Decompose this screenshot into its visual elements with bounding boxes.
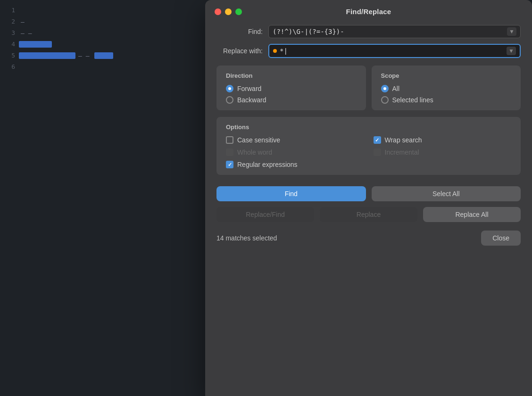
case-sensitive-label: Case sensitive <box>237 136 280 144</box>
scope-selected-lines[interactable]: Selected lines <box>381 96 512 104</box>
scope-radio-group: All Selected lines <box>381 85 512 104</box>
wrap-search-checkbox[interactable] <box>374 136 381 144</box>
direction-forward[interactable]: Forward <box>226 85 357 92</box>
incremental-checkbox[interactable] <box>374 148 381 156</box>
maximize-button-traffic[interactable] <box>235 8 242 15</box>
option-case-sensitive[interactable]: Case sensitive <box>226 136 364 144</box>
traffic-lights <box>215 8 242 15</box>
direction-backward-label: Backward <box>237 96 266 104</box>
line-num-3: 3 <box>0 27 19 39</box>
whole-word-checkbox[interactable] <box>226 148 233 156</box>
option-whole-word[interactable]: Whole word <box>226 148 364 156</box>
find-button[interactable]: Find <box>216 186 366 201</box>
dialog-titlebar: Find/Replace <box>205 0 532 20</box>
replace-dropdown-arrow[interactable]: ▼ <box>507 47 516 55</box>
find-replace-dialog: Find/Replace Find: ▼ Replace with: ▼ Dir… <box>205 0 532 396</box>
scope-all-label: All <box>392 85 400 92</box>
code-lines: — — — – — <box>19 5 208 73</box>
code-line-5: – — <box>19 50 208 61</box>
scope-selected-lines-radio[interactable] <box>381 96 389 104</box>
code-line-3: — — <box>19 27 208 39</box>
dialog-title: Find/Replace <box>346 8 391 16</box>
options-grid: Case sensitive Wrap search Whole word In… <box>226 136 511 168</box>
buttons-row-1: Find Select All <box>216 186 521 201</box>
code-line-2: — <box>19 16 208 27</box>
find-dropdown-arrow[interactable]: ▼ <box>507 27 516 36</box>
incremental-label: Incremental <box>385 148 419 156</box>
line-num-6: 6 <box>0 61 19 73</box>
options-title: Options <box>226 124 511 131</box>
direction-title: Direction <box>226 72 357 79</box>
scope-all-radio[interactable] <box>381 85 389 92</box>
replace-row: Replace with: ▼ <box>216 44 521 58</box>
buttons-row-2: Replace/Find Replace Replace All <box>216 207 521 222</box>
minimize-button-traffic[interactable] <box>225 8 232 15</box>
direction-panel: Direction Forward Backward <box>216 66 366 110</box>
scope-title: Scope <box>381 72 512 79</box>
direction-backward[interactable]: Backward <box>226 96 357 104</box>
editor-area: 1 2 3 4 5 6 — — — – — <box>0 0 208 396</box>
whole-word-label: Whole word <box>237 148 272 156</box>
scope-all[interactable]: All <box>381 85 512 92</box>
line-numbers: 1 2 3 4 5 6 <box>0 0 19 396</box>
select-all-button[interactable]: Select All <box>372 186 521 201</box>
direction-radio-group: Forward Backward <box>226 85 357 104</box>
status-row: 14 matches selected Close <box>216 229 521 246</box>
find-input-wrapper: ▼ <box>268 25 521 38</box>
replace-all-button[interactable]: Replace All <box>423 207 521 222</box>
case-sensitive-checkbox[interactable] <box>226 136 233 144</box>
line-num-5: 5 <box>0 50 19 61</box>
option-incremental[interactable]: Incremental <box>374 148 512 156</box>
replace-label: Replace with: <box>216 47 268 55</box>
close-button[interactable]: Close <box>481 231 521 246</box>
close-button-traffic[interactable] <box>215 8 221 15</box>
direction-scope-row: Direction Forward Backward Scope <box>216 66 521 110</box>
find-label: Find: <box>216 28 268 35</box>
direction-backward-radio[interactable] <box>226 96 233 104</box>
code-line-4 <box>19 39 208 50</box>
scope-panel: Scope All Selected lines <box>372 66 521 110</box>
option-regular-expressions[interactable]: Regular expressions <box>226 161 511 168</box>
scope-selected-lines-label: Selected lines <box>392 96 433 104</box>
status-text: 14 matches selected <box>216 234 277 242</box>
option-wrap-search[interactable]: Wrap search <box>374 136 512 144</box>
wrap-search-label: Wrap search <box>385 136 422 144</box>
find-row: Find: ▼ <box>216 25 521 38</box>
code-line-6 <box>19 61 208 73</box>
replace-find-button[interactable]: Replace/Find <box>216 207 314 222</box>
code-line-1 <box>19 5 208 16</box>
dialog-body: Find: ▼ Replace with: ▼ Direction <box>205 20 532 255</box>
line-num-4: 4 <box>0 39 19 50</box>
find-input[interactable] <box>273 28 507 35</box>
direction-forward-radio[interactable] <box>226 85 233 92</box>
replace-input[interactable] <box>280 47 507 55</box>
line-num-1: 1 <box>0 5 19 16</box>
replace-input-wrapper: ▼ <box>268 44 521 58</box>
options-panel: Options Case sensitive Wrap search Whole… <box>216 117 521 175</box>
regular-expressions-checkbox[interactable] <box>226 161 233 168</box>
regular-expressions-label: Regular expressions <box>237 161 298 168</box>
direction-forward-label: Forward <box>237 85 261 92</box>
replace-button[interactable]: Replace <box>320 207 417 222</box>
line-num-2: 2 <box>0 16 19 27</box>
orange-dot-icon <box>273 49 277 53</box>
